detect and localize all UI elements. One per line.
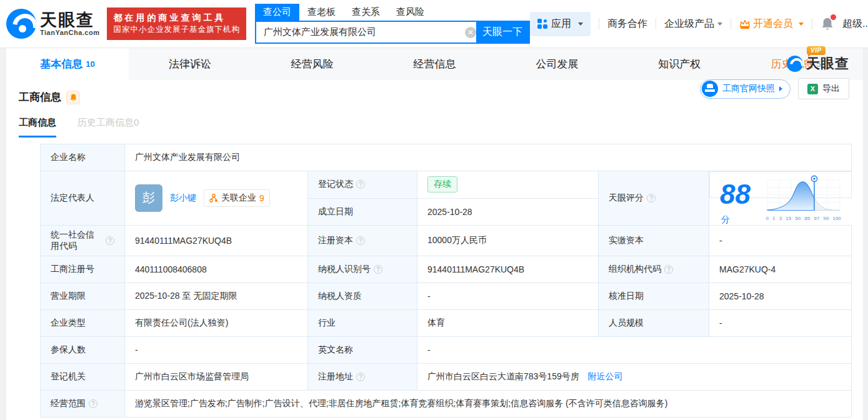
- apps-menu-label: 应用: [551, 18, 571, 31]
- related-companies-badge[interactable]: 关联企业 9: [204, 189, 270, 207]
- tab-legal-proceedings[interactable]: 法律诉讼: [129, 48, 251, 80]
- export-label: 导出: [822, 83, 840, 94]
- help-icon[interactable]: ?: [664, 265, 673, 274]
- excel-icon: X: [807, 84, 818, 94]
- table-row: 工商注册号 440111008406808 纳税人识别号? 91440111MA…: [41, 256, 852, 282]
- search-tab-company[interactable]: 查公司: [255, 4, 299, 21]
- menu-business-cooperation[interactable]: 商务合作: [607, 18, 647, 31]
- field-label: 登记机关: [41, 363, 125, 390]
- tab-label: 公司发展: [536, 57, 578, 71]
- field-label: 营业期限: [41, 282, 125, 309]
- help-icon[interactable]: ?: [647, 194, 656, 202]
- field-label: 工商注册号: [41, 256, 125, 282]
- divider: [812, 18, 812, 29]
- field-label: 核准日期: [599, 282, 709, 309]
- help-icon[interactable]: ?: [106, 236, 114, 245]
- promo-line2: 国家中小企业发展子基金旗下机构: [113, 24, 240, 36]
- tab-company-development[interactable]: 公司发展: [496, 48, 618, 80]
- crown-icon: [739, 19, 751, 29]
- legal-rep-avatar[interactable]: 彭: [135, 184, 162, 212]
- apps-menu[interactable]: 应用: [530, 12, 591, 36]
- tab-operating-risk[interactable]: 经营风险: [251, 48, 374, 80]
- tab-intellectual-property[interactable]: 知识产权: [618, 48, 741, 80]
- insured-count-value: -: [125, 336, 308, 363]
- main-nav-tabs: 基本信息 10 法律诉讼 经营风险 经营信息 公司发展 知识产权 VIP 历史信…: [6, 48, 863, 80]
- divider: [656, 18, 656, 29]
- grid-icon: [537, 19, 547, 29]
- field-label: 注册资本?: [308, 225, 417, 256]
- field-label: 登记状态?: [308, 171, 417, 199]
- subtab-business-info[interactable]: 工商信息: [19, 117, 56, 138]
- vip-badge: VIP: [807, 46, 826, 55]
- snapshot-label: 工商官网快照: [722, 83, 775, 94]
- field-label: 成立日期: [308, 198, 417, 225]
- field-label: 企业名称: [41, 144, 125, 171]
- menu-enterprise-products[interactable]: 企业级产品: [664, 18, 722, 31]
- brand-name: 天眼查: [40, 11, 99, 29]
- help-icon[interactable]: ?: [356, 236, 365, 245]
- company-type-value: 有限责任公司(法人独资): [125, 309, 308, 336]
- field-label: 实缴资本: [599, 225, 709, 256]
- score-axis-ticks: 0131550859799100: [766, 216, 841, 221]
- tab-label: 经营风险: [291, 57, 334, 71]
- help-icon[interactable]: ?: [374, 265, 382, 274]
- top-header: 天眼查 TianYanCha.com 都在用的商业查询工具 国家中小企业发展子基…: [0, 0, 868, 48]
- tab-basic-info[interactable]: 基本信息 10: [6, 48, 129, 80]
- status-badge: 存续: [427, 176, 457, 192]
- search-tab-boss[interactable]: 查老板: [299, 4, 344, 21]
- subscribe-bell-button[interactable]: [66, 91, 80, 104]
- menu-super-vip[interactable]: 超级...: [842, 18, 868, 31]
- tianyancha-swirl-icon: [787, 56, 803, 72]
- biz-term-value: 2025-10-28 至 无固定期限: [125, 282, 308, 309]
- subtab-history-business-info[interactable]: 历史工商信息0: [77, 117, 139, 138]
- app-logo[interactable]: 天眼查 TianYanCha.com: [6, 9, 99, 39]
- help-icon[interactable]: ?: [89, 399, 97, 408]
- chevron-down-icon: [799, 22, 804, 26]
- business-info-table: 企业名称 广州文体产业发展有限公司 法定代表人 彭 彭小键 关联企: [40, 144, 852, 418]
- search-tab-risk[interactable]: 查风险: [388, 4, 432, 21]
- field-label: 纳税人识别号?: [308, 256, 417, 282]
- legal-rep-link[interactable]: 彭小键: [170, 192, 196, 204]
- reg-number-value: 440111008406808: [125, 256, 308, 282]
- company-name-value: 广州文体产业发展有限公司: [125, 144, 852, 171]
- reg-address-cell: 广州市白云区白云大道南783号159号房 附近公司: [417, 363, 852, 390]
- header-menu: 应用 商务合作 企业级产品 开通会员 超级...: [530, 12, 868, 36]
- clear-input-icon[interactable]: ✕: [465, 27, 476, 38]
- official-snapshot-button[interactable]: 工商官网快照: [700, 79, 791, 99]
- help-icon[interactable]: ?: [356, 180, 365, 189]
- table-row: 参保人数 - 英文名称 -: [41, 336, 852, 363]
- export-button[interactable]: X 导出: [798, 78, 849, 99]
- est-date-value: 2025-10-28: [417, 198, 599, 225]
- field-label: 组织机构代码?: [599, 256, 709, 282]
- search-box: 查公司 查老板 查关系 查风险 ✕ 天眼一下: [255, 4, 530, 44]
- notification-bell[interactable]: [821, 16, 834, 31]
- network-icon: [209, 194, 218, 202]
- staff-size-value: -: [709, 309, 852, 336]
- tab-operating-info[interactable]: 经营信息: [374, 48, 496, 80]
- search-tab-relation[interactable]: 查关系: [344, 4, 388, 21]
- tianyan-score-cell: 88分: [709, 171, 852, 198]
- field-label: 经营范围?: [41, 390, 125, 417]
- watermark-text: 天眼查: [806, 54, 849, 73]
- chevron-down-icon: [717, 22, 722, 26]
- field-label: 纳税人资质: [308, 282, 417, 309]
- menu-vip[interactable]: 开通会员: [739, 18, 804, 31]
- company-search-input[interactable]: [256, 22, 465, 42]
- field-label: 参保人数: [41, 336, 125, 363]
- search-button[interactable]: 天眼一下: [476, 22, 529, 42]
- paid-capital-value: -: [709, 225, 852, 256]
- field-label: 企业类型: [41, 309, 125, 336]
- taxpayer-quality-value: -: [417, 282, 599, 309]
- help-icon[interactable]: ?: [356, 372, 365, 381]
- reg-authority-value: 广州市白云区市场监督管理局: [125, 363, 308, 390]
- nearby-companies-link[interactable]: 附近公司: [588, 371, 623, 381]
- reg-capital-value: 10000万人民币: [417, 225, 599, 256]
- reg-address-value: 广州市白云区白云大道南783号159号房: [427, 371, 579, 381]
- field-label: 法定代表人: [41, 171, 125, 226]
- reg-status-value: 存续: [417, 171, 599, 199]
- english-name-value: -: [417, 336, 852, 363]
- section-title: 工商信息: [19, 90, 61, 104]
- stamp-icon: [702, 81, 718, 97]
- section-subtabs: 工商信息 历史工商信息0: [6, 104, 863, 138]
- table-row: 营业期限 2025-10-28 至 无固定期限 纳税人资质 - 核准日期 202…: [41, 282, 852, 309]
